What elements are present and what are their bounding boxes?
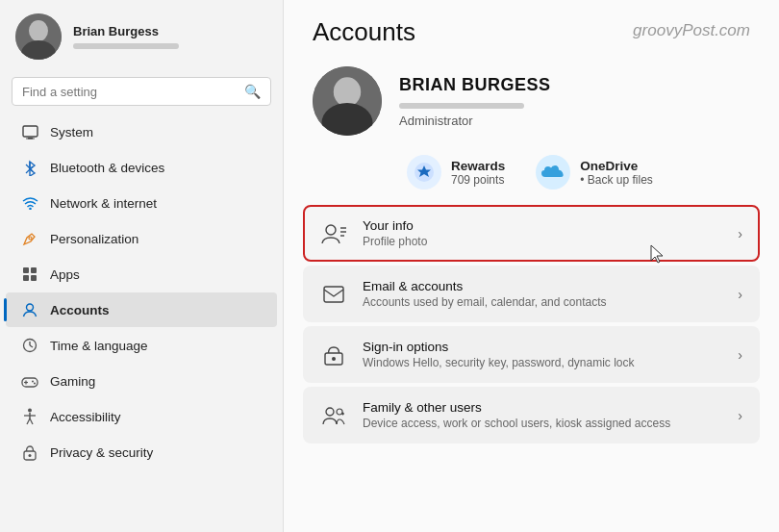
privacy-label: Privacy & security: [50, 445, 153, 460]
user-info: Brian Burgess: [73, 24, 179, 49]
rewards-section: Rewards 709 points OneDrive Back up file…: [284, 151, 779, 205]
sidebar-item-accessibility[interactable]: Accessibility: [6, 399, 277, 434]
sidebar-item-accounts[interactable]: Accounts: [6, 292, 277, 327]
profile-name: BRIAN BURGESS: [399, 75, 551, 95]
privacy-icon: [21, 443, 38, 461]
svg-line-27: [27, 418, 30, 424]
system-label: System: [50, 125, 93, 139]
onedrive-sub: Back up files: [580, 173, 653, 187]
nav-list: System Bluetooth & devices: [0, 114, 283, 532]
svg-point-32: [334, 77, 361, 106]
svg-point-41: [332, 357, 336, 361]
settings-item-family[interactable]: Family & other users Device access, work…: [303, 387, 760, 443]
svg-rect-5: [26, 138, 35, 139]
signin-icon: [320, 342, 347, 368]
accessibility-label: Accessibility: [50, 410, 121, 424]
main-header: Accounts groovyPost.com: [284, 0, 779, 47]
profile-avatar: [313, 66, 382, 136]
rewards-label: Rewards: [451, 159, 505, 173]
settings-item-your-info[interactable]: Your info Profile photo ›: [303, 205, 760, 262]
profile-role: Administrator: [399, 114, 551, 128]
accounts-label: Accounts: [50, 303, 110, 317]
svg-point-10: [29, 237, 32, 240]
avatar: [15, 13, 62, 60]
search-input[interactable]: [22, 85, 237, 99]
search-icon: 🔍: [244, 84, 261, 99]
svg-line-28: [30, 418, 33, 424]
svg-rect-11: [23, 267, 29, 273]
svg-point-15: [27, 304, 34, 311]
family-icon: [320, 402, 347, 429]
onedrive-text: OneDrive Back up files: [580, 159, 653, 187]
sidebar-item-gaming[interactable]: Gaming: [6, 364, 277, 398]
rewards-item: Rewards 709 points: [407, 155, 505, 190]
settings-item-email[interactable]: Email & accounts Accounts used by email,…: [303, 266, 760, 322]
sidebar-item-bluetooth[interactable]: Bluetooth & devices: [6, 150, 277, 185]
svg-point-9: [29, 208, 32, 210]
settings-list: Your info Profile photo › Email & accoun…: [284, 205, 779, 443]
search-box[interactable]: 🔍: [12, 77, 271, 106]
your-info-arrow: ›: [738, 226, 742, 241]
personalization-label: Personalization: [50, 232, 138, 246]
family-title: Family & other users: [363, 400, 722, 415]
bluetooth-icon: [21, 159, 38, 176]
network-label: Network & internet: [50, 196, 157, 211]
family-sub: Device access, work or school users, kio…: [363, 417, 722, 430]
profile-section: BRIAN BURGESS Administrator: [284, 47, 779, 151]
svg-line-18: [30, 345, 33, 347]
user-bar-decoration: [73, 43, 179, 49]
email-title: Email & accounts: [363, 279, 722, 293]
svg-point-30: [29, 454, 32, 457]
apps-label: Apps: [50, 267, 80, 282]
signin-text: Sign-in options Windows Hello, security …: [363, 340, 722, 369]
svg-rect-14: [31, 275, 37, 281]
watermark: groovyPost.com: [633, 21, 750, 40]
your-info-title: Your info: [363, 218, 722, 233]
svg-rect-12: [31, 267, 37, 273]
email-text: Email & accounts Accounts used by email,…: [363, 279, 722, 309]
sidebar-header: Brian Burgess: [0, 0, 283, 73]
gaming-icon: [21, 372, 38, 390]
onedrive-icon: [536, 155, 570, 190]
your-info-icon: [320, 220, 347, 247]
onedrive-item: OneDrive Back up files: [536, 155, 653, 190]
svg-rect-3: [23, 126, 38, 137]
apps-icon: [21, 266, 38, 283]
system-icon: [21, 123, 38, 140]
rewards-text: Rewards 709 points: [451, 159, 505, 187]
bluetooth-label: Bluetooth & devices: [50, 161, 164, 175]
svg-point-1: [29, 20, 48, 41]
accessibility-icon: [21, 408, 38, 425]
email-sub: Accounts used by email, calendar, and co…: [363, 295, 722, 309]
rewards-icon: [407, 155, 441, 190]
app-container: Brian Burgess 🔍 System: [0, 0, 779, 532]
gaming-label: Gaming: [50, 374, 95, 389]
time-icon: [21, 337, 38, 354]
svg-rect-13: [23, 275, 29, 281]
profile-details: BRIAN BURGESS Administrator: [399, 75, 551, 128]
sidebar-item-network[interactable]: Network & internet: [6, 186, 277, 220]
sidebar-item-privacy[interactable]: Privacy & security: [6, 435, 277, 469]
main-content: Accounts groovyPost.com BRIAN BURGESS Ad…: [284, 0, 779, 532]
settings-item-signin[interactable]: Sign-in options Windows Hello, security …: [303, 326, 760, 383]
onedrive-label: OneDrive: [580, 159, 653, 173]
svg-point-35: [326, 225, 336, 235]
accounts-icon: [21, 301, 38, 318]
email-icon: [320, 281, 347, 308]
sidebar-item-time[interactable]: Time & language: [6, 328, 277, 363]
sidebar-item-apps[interactable]: Apps: [6, 257, 277, 291]
signin-arrow: ›: [738, 347, 742, 363]
signin-title: Sign-in options: [363, 340, 722, 354]
svg-point-22: [32, 380, 34, 382]
profile-role-bar: [399, 103, 524, 109]
sidebar-item-system[interactable]: System: [6, 114, 277, 149]
your-info-text: Your info Profile photo: [363, 218, 722, 248]
svg-point-42: [326, 408, 334, 416]
email-arrow: ›: [738, 287, 742, 302]
time-label: Time & language: [50, 339, 148, 353]
family-arrow: ›: [738, 408, 742, 423]
signin-sub: Windows Hello, security key, password, d…: [363, 356, 722, 369]
page-title: Accounts: [313, 17, 415, 47]
rewards-points: 709 points: [451, 173, 505, 187]
sidebar-item-personalization[interactable]: Personalization: [6, 221, 277, 256]
